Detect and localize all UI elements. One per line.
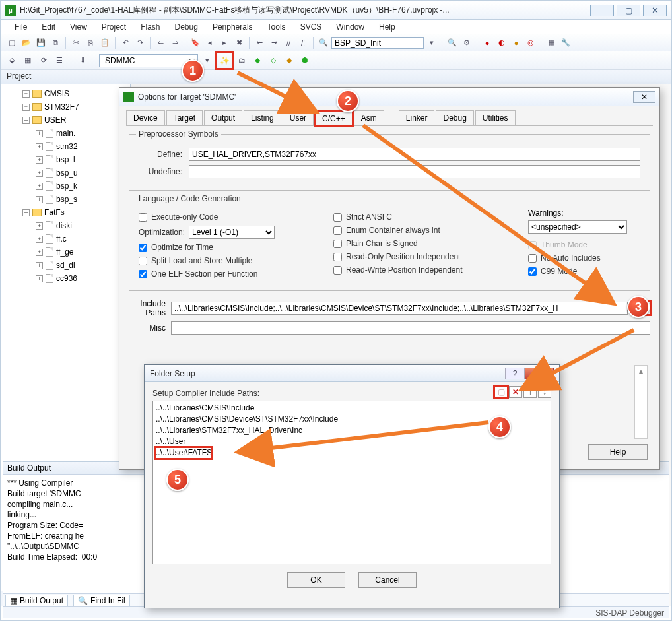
manage-icon[interactable]: 🗂 [235,54,248,67]
batch-build-icon[interactable]: ☰ [53,54,66,67]
menu-debug[interactable]: Debug [168,21,205,33]
breakpoint4-icon[interactable]: ◎ [524,36,537,49]
tree-file[interactable]: diski [56,219,72,232]
plain-char-checkbox[interactable] [333,240,342,248]
options-scrollbar[interactable]: ▴ [634,365,648,439]
tree-file[interactable]: ff_ge [56,245,73,259]
c99-checkbox[interactable] [528,267,537,276]
tab-user[interactable]: User [283,110,314,125]
undefine-input[interactable] [189,165,640,178]
misc-input[interactable] [171,321,650,335]
open-icon[interactable]: 📂 [20,36,33,49]
bookmark-clear-icon[interactable]: ✖ [232,36,246,49]
enum-cont-checkbox[interactable] [333,226,342,235]
no-auto-checkbox[interactable] [528,254,537,263]
tree-file[interactable]: bsp_u [56,166,78,180]
pack4-icon[interactable]: ⬢ [298,54,312,67]
tree-file[interactable]: bsp_l [56,153,75,166]
config-icon[interactable]: ⚙ [460,36,473,49]
include-paths-input[interactable] [171,302,628,315]
tree-cmsis[interactable]: CMSIS [44,87,69,100]
list-item-fatfs[interactable]: ..\..\User\FATFS [156,447,212,459]
folder-up-button[interactable]: ↑ [523,386,537,398]
one-elf-checkbox[interactable] [139,270,147,278]
tree-file[interactable]: sd_di [56,259,75,272]
new-file-icon[interactable]: ▢ [5,36,18,49]
bookmark-icon[interactable]: 🔖 [189,36,202,49]
tree-file[interactable]: ff.c [56,232,67,245]
tab-asm[interactable]: Asm [354,110,384,125]
ro-pos-checkbox[interactable] [333,253,342,261]
tab-linker[interactable]: Linker [399,110,435,125]
rebuild-icon[interactable]: ⟳ [37,54,50,67]
menu-window[interactable]: Window [329,21,371,33]
list-item[interactable]: ..\..\User [156,436,548,447]
indent-icon[interactable]: ⇤ [253,36,266,49]
tab-debug[interactable]: Debug [436,110,473,125]
bookmark-prev-icon[interactable]: ◂ [203,36,217,49]
minimize-button[interactable]: — [590,5,614,16]
translate-icon[interactable]: ⬙ [5,54,18,67]
bookmark-next-icon[interactable]: ▸ [218,36,231,49]
optimize-time-checkbox[interactable] [139,244,147,252]
tree-fatfs[interactable]: FatFs [44,206,65,219]
tree-file[interactable]: bsp_s [56,193,77,206]
folder-delete-button[interactable]: ✕ [509,386,522,398]
build-icon[interactable]: ▦ [21,54,34,67]
execute-only-checkbox[interactable] [139,213,147,222]
breakpoint2-icon[interactable]: ◐ [495,36,508,49]
strict-ansi-checkbox[interactable] [333,213,342,222]
find-input[interactable] [331,37,424,49]
options-for-target-button[interactable]: ✨ [217,53,232,69]
menu-tools[interactable]: Tools [261,21,292,33]
menu-flash[interactable]: Flash [134,21,166,33]
find-go-icon[interactable]: ▾ [425,36,438,49]
paste-icon[interactable]: 📋 [98,36,112,49]
pack-icon[interactable]: ◆ [251,54,264,67]
redo-icon[interactable]: ↷ [133,36,147,49]
menu-file[interactable]: File [8,21,34,33]
tree-user[interactable]: USER [44,114,66,127]
list-item[interactable]: ..\..\Libraries\CMSIS\Include [156,403,548,414]
menu-edit[interactable]: Edit [35,21,62,33]
bottom-tab-build[interactable]: ▦ Build Output [5,595,68,606]
split-load-checkbox[interactable] [139,257,147,265]
options-dialog-close[interactable]: ✕ [633,91,655,103]
tab-device[interactable]: Device [126,110,165,125]
tab-listing[interactable]: Listing [244,110,281,125]
copy-icon[interactable]: ⎘ [84,36,97,49]
pack3-icon[interactable]: ◆ [283,54,296,67]
breakpoint-icon[interactable]: ● [481,36,494,49]
nav-back-icon[interactable]: ⇐ [154,36,167,49]
tools-icon[interactable]: 🔧 [559,36,572,49]
tab-c-cpp[interactable]: C/C++ [315,111,353,126]
undo-icon[interactable]: ↶ [119,36,132,49]
tree-file[interactable]: stm32 [56,140,78,153]
menu-view[interactable]: View [63,21,94,33]
tree-file[interactable]: main. [56,127,75,140]
nav-fwd-icon[interactable]: ⇒ [168,36,182,49]
help-button[interactable]: Help [588,444,648,460]
maximize-button[interactable]: ▢ [617,5,640,16]
scroll-up-icon[interactable]: ▴ [635,366,647,376]
tab-output[interactable]: Output [204,110,242,125]
tab-utilities[interactable]: Utilities [475,110,516,125]
download-icon[interactable]: ⬇ [76,54,89,67]
find-icon[interactable]: 🔍 [317,36,330,49]
save-all-icon[interactable]: ⧉ [49,36,62,49]
tree-stm32f7[interactable]: STM32F7 [44,100,79,114]
define-input[interactable] [189,148,640,161]
project-tree[interactable]: +CMSIS +STM32F7 –USER +main. +stm32 +bsp… [1,84,130,288]
menu-help[interactable]: Help [372,21,402,33]
warnings-select[interactable]: <unspecified> [528,220,627,234]
rw-pos-checkbox[interactable] [333,266,342,275]
breakpoint3-icon[interactable]: ● [510,36,523,49]
folder-close-button[interactable]: ✕ [525,368,554,379]
window-icon[interactable]: ▦ [545,36,558,49]
menu-project[interactable]: Project [95,21,133,33]
menu-peripherals[interactable]: Peripherals [206,21,259,33]
bottom-tab-find[interactable]: 🔍 Find In Fil [73,595,130,606]
outdent-icon[interactable]: ⇥ [267,36,281,49]
tree-file[interactable]: bsp_k [56,180,77,193]
cut-icon[interactable]: ✂ [69,36,83,49]
